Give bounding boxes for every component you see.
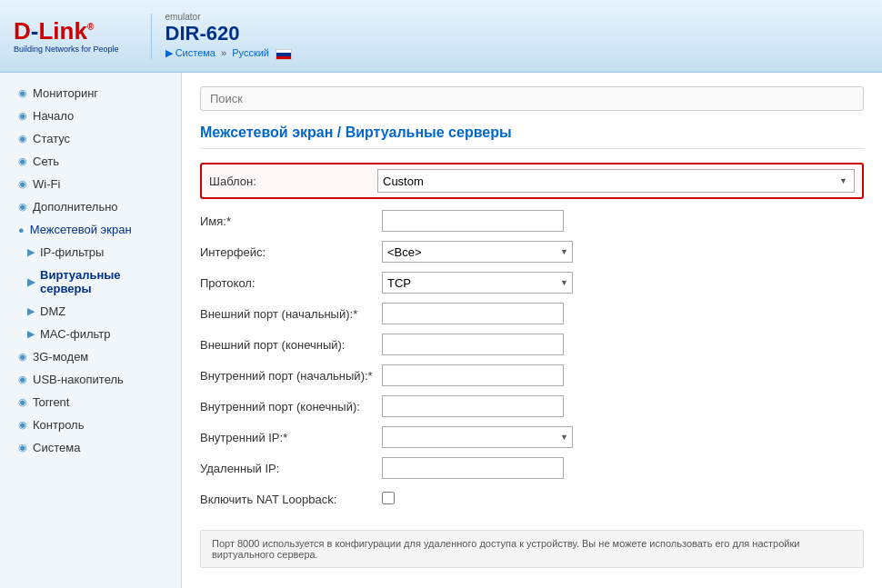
bullet-icon: ◉ bbox=[18, 155, 27, 167]
int-port-start-label: Внутренний порт (начальный):* bbox=[200, 369, 382, 383]
remote-ip-row: Удаленный IP: bbox=[200, 455, 864, 481]
nat-loopback-row: Включить NAT Loopback: bbox=[200, 486, 864, 512]
int-port-start-input[interactable] bbox=[382, 364, 564, 386]
ext-port-end-control bbox=[382, 334, 864, 355]
sidebar-label: Wi-Fi bbox=[33, 177, 60, 191]
ext-port-start-control bbox=[382, 303, 864, 324]
interface-select[interactable]: <Все> WAN LAN bbox=[382, 241, 573, 263]
sidebar-item-monitoring[interactable]: ◉ Мониторинг bbox=[0, 82, 181, 105]
search-input[interactable] bbox=[200, 86, 864, 111]
name-input[interactable] bbox=[382, 210, 564, 232]
interface-select-wrapper: <Все> WAN LAN bbox=[382, 241, 573, 263]
sidebar-label: DMZ bbox=[40, 304, 65, 318]
sidebar-item-mac-filter[interactable]: ▶ МАС-фильтр bbox=[0, 323, 181, 345]
sidebar-item-virtual-servers[interactable]: ▶ Виртуальные серверы bbox=[0, 264, 181, 300]
sidebar-item-3g-modem[interactable]: ◉ 3G-модем bbox=[0, 345, 181, 368]
sidebar-item-network[interactable]: ◉ Сеть bbox=[0, 150, 181, 173]
name-label: Имя:* bbox=[200, 214, 382, 228]
internal-ip-row: Внутренний IP:* bbox=[200, 424, 864, 450]
sidebar-label: Torrent bbox=[33, 395, 69, 409]
sidebar-item-usb-storage[interactable]: ◉ USB-накопитель bbox=[0, 368, 181, 391]
logo-subtitle: Building Networks for People bbox=[14, 45, 119, 54]
name-control bbox=[382, 210, 864, 232]
sidebar-label: Мониторинг bbox=[33, 86, 98, 100]
sidebar-item-start[interactable]: ◉ Начало bbox=[0, 105, 181, 127]
template-select[interactable]: Custom HTTP HTTPS FTP SMTP POP3 IMAP bbox=[377, 169, 855, 193]
nav-arrow: ▶ bbox=[165, 47, 173, 58]
bullet-icon: ● bbox=[18, 224, 25, 235]
header-divider bbox=[151, 14, 152, 59]
page-title: Межсетевой экран / Виртуальные серверы bbox=[200, 125, 864, 149]
nat-loopback-control bbox=[382, 492, 864, 507]
nat-loopback-checkbox[interactable] bbox=[382, 492, 395, 504]
int-port-end-control bbox=[382, 395, 864, 417]
nat-loopback-label: Включить NAT Loopback: bbox=[200, 493, 382, 506]
int-port-start-row: Внутренний порт (начальный):* bbox=[200, 363, 864, 388]
arrow-icon: ▶ bbox=[27, 246, 35, 258]
main-layout: ◉ Мониторинг ◉ Начало ◉ Статус ◉ Сеть ◉ … bbox=[0, 73, 882, 588]
protocol-select-wrapper: TCP UDP TCP/UDP bbox=[382, 272, 573, 294]
logo: D-Link® bbox=[14, 19, 119, 43]
nav-language-link[interactable]: Русский bbox=[232, 47, 269, 58]
bullet-icon: ◉ bbox=[18, 110, 27, 122]
russia-flag-icon bbox=[276, 49, 292, 60]
internal-ip-label: Внутренний IP:* bbox=[200, 431, 382, 444]
template-row: Шаблон: Custom HTTP HTTPS FTP SMTP POP3 … bbox=[200, 163, 864, 199]
nav-separator: » bbox=[221, 47, 226, 58]
internal-ip-select[interactable] bbox=[382, 426, 573, 448]
remote-ip-input[interactable] bbox=[382, 457, 564, 479]
sidebar-item-additional[interactable]: ◉ Дополнительно bbox=[0, 195, 181, 218]
header: D-Link® Building Networks for People emu… bbox=[0, 0, 882, 73]
registered-icon: ® bbox=[87, 22, 94, 32]
sidebar-item-firewall[interactable]: ● Межсетевой экран bbox=[0, 218, 181, 241]
interface-row: Интерфейс: <Все> WAN LAN bbox=[200, 239, 864, 264]
sidebar-label: Система bbox=[33, 441, 80, 454]
interface-label: Интерфейс: bbox=[200, 245, 382, 259]
ext-port-end-row: Внешний порт (конечный): bbox=[200, 332, 864, 357]
bullet-icon: ◉ bbox=[18, 374, 27, 385]
sidebar-label: 3G-модем bbox=[33, 350, 88, 364]
logo-d: D bbox=[14, 17, 31, 45]
bullet-icon: ◉ bbox=[18, 87, 27, 99]
logo-area: D-Link® Building Networks for People bbox=[14, 19, 119, 54]
sidebar-label: USB-накопитель bbox=[33, 373, 124, 386]
nav-system-link[interactable]: Система bbox=[175, 47, 215, 58]
sidebar-item-wifi[interactable]: ◉ Wi-Fi bbox=[0, 173, 181, 195]
ext-port-start-input[interactable] bbox=[382, 303, 564, 324]
content-area: Межсетевой экран / Виртуальные серверы Ш… bbox=[182, 73, 882, 588]
remote-ip-control bbox=[382, 457, 864, 479]
arrow-icon: ▶ bbox=[27, 276, 35, 288]
int-port-end-label: Внутренний порт (конечный): bbox=[200, 400, 382, 414]
ext-port-start-row: Внешний порт (начальный):* bbox=[200, 301, 864, 326]
bullet-icon: ◉ bbox=[18, 351, 27, 363]
protocol-control: TCP UDP TCP/UDP bbox=[382, 272, 864, 294]
sidebar-item-system[interactable]: ◉ Система bbox=[0, 436, 181, 459]
logo-link: Link bbox=[38, 17, 86, 45]
sidebar-item-dmz[interactable]: ▶ DMZ bbox=[0, 300, 181, 323]
sidebar-label: Начало bbox=[33, 109, 74, 123]
sidebar-label: Сеть bbox=[33, 154, 59, 168]
arrow-icon: ▶ bbox=[27, 305, 35, 317]
protocol-row: Протокол: TCP UDP TCP/UDP bbox=[200, 270, 864, 295]
int-port-end-input[interactable] bbox=[382, 395, 564, 417]
footer-note: Порт 8000 используется в конфигурации дл… bbox=[200, 530, 864, 568]
internal-ip-wrapper bbox=[382, 426, 573, 448]
name-row: Имя:* bbox=[200, 208, 864, 234]
bullet-icon: ◉ bbox=[18, 419, 27, 431]
sidebar-item-control[interactable]: ◉ Контроль bbox=[0, 414, 181, 436]
header-nav: ▶ Система » Русский bbox=[165, 47, 293, 59]
sidebar-label: Дополнительно bbox=[33, 200, 118, 214]
ext-port-end-input[interactable] bbox=[382, 334, 564, 355]
interface-control: <Все> WAN LAN bbox=[382, 241, 864, 263]
model-name: DIR-620 bbox=[165, 22, 293, 45]
sidebar-label: Контроль bbox=[33, 418, 84, 432]
sidebar-item-status[interactable]: ◉ Статус bbox=[0, 127, 181, 150]
internal-ip-control bbox=[382, 426, 864, 448]
sidebar-item-ip-filters[interactable]: ▶ IP-фильтры bbox=[0, 241, 181, 264]
remote-ip-label: Удаленный IP: bbox=[200, 462, 382, 475]
sidebar-label: МАС-фильтр bbox=[40, 327, 110, 341]
bullet-icon: ◉ bbox=[18, 442, 27, 453]
sidebar-item-torrent[interactable]: ◉ Torrent bbox=[0, 391, 181, 414]
protocol-select[interactable]: TCP UDP TCP/UDP bbox=[382, 272, 573, 294]
ext-port-end-label: Внешний порт (конечный): bbox=[200, 338, 382, 352]
